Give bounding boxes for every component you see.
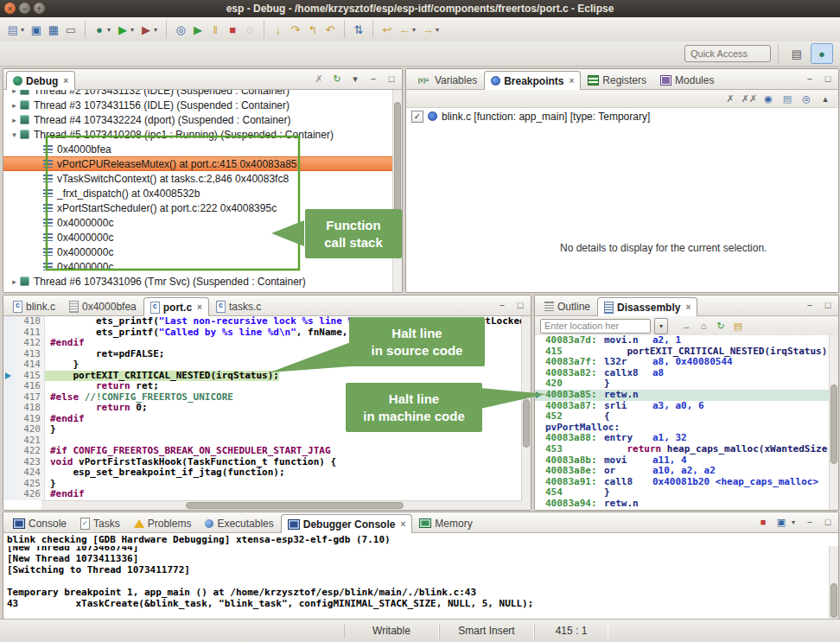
disassembly-scrollbar[interactable] bbox=[829, 335, 838, 510]
tab-debug[interactable]: Debug× bbox=[6, 71, 75, 90]
instruction-stepping-icon[interactable]: ⇅ bbox=[351, 22, 366, 37]
editor-vscrollbar[interactable] bbox=[521, 316, 531, 501]
external-tools-icon[interactable]: ▶ bbox=[138, 22, 154, 37]
dropdown-caret-icon[interactable]: ▾ bbox=[792, 518, 795, 526]
disassembly-line[interactable]: 452{ bbox=[535, 411, 830, 423]
quick-access-box[interactable]: Quick Access bbox=[684, 45, 771, 62]
home-icon[interactable]: ⌂ bbox=[697, 320, 710, 332]
dropdown-caret-icon[interactable]: ▾ bbox=[107, 26, 111, 34]
remove-selected-breakpoints-icon[interactable]: ✗ bbox=[724, 92, 736, 105]
stack-frame-row[interactable]: 0x4000bfea bbox=[3, 142, 393, 156]
tree-collapsed-arrow-icon[interactable]: ▸ bbox=[9, 90, 20, 95]
disassembly-line[interactable]: 40083a91: call80x40081b20 <heap_caps_mal… bbox=[535, 477, 830, 488]
remove-all-breakpoints-icon[interactable]: ✗✗ bbox=[743, 92, 755, 105]
disassembly-line[interactable]: 40083a7f:l32ra8, 0x40080544 bbox=[535, 357, 830, 368]
tab-variables[interactable]: Variables bbox=[409, 70, 484, 89]
terminate-icon[interactable]: ■ bbox=[757, 516, 769, 528]
thread-row[interactable]: ▸Thread #6 1073431096 (Tmr Svc) (Suspend… bbox=[3, 274, 393, 289]
tab-outline[interactable]: Outline bbox=[538, 296, 597, 315]
location-input[interactable]: Enter location her bbox=[540, 319, 651, 334]
run-icon[interactable]: ▶ bbox=[115, 22, 130, 37]
back-icon[interactable]: ← bbox=[397, 22, 412, 37]
drop-to-frame-icon[interactable]: ↶ bbox=[322, 22, 338, 37]
restart-icon[interactable]: ↻ bbox=[331, 73, 343, 85]
debug-scrollbar[interactable] bbox=[392, 90, 402, 292]
tab-modules[interactable]: Modules bbox=[653, 70, 721, 89]
tab-memory[interactable]: Memory bbox=[412, 513, 479, 532]
scrollbar-thumb[interactable] bbox=[830, 583, 837, 618]
suspend-icon[interactable]: ‖ bbox=[207, 22, 223, 37]
stack-frame-row[interactable]: vTaskSwitchContext() at tasks.c:2,846 0x… bbox=[3, 171, 393, 186]
tab-registers[interactable]: Registers bbox=[581, 70, 653, 89]
tree-collapsed-arrow-icon[interactable]: ▸ bbox=[9, 116, 20, 124]
scrollbar-thumb[interactable] bbox=[186, 502, 404, 509]
print-icon[interactable]: ▭ bbox=[63, 22, 79, 37]
minimize-icon[interactable]: − bbox=[496, 299, 508, 311]
stack-frame-row[interactable]: xPortStartScheduler() at port.c:222 0x40… bbox=[3, 200, 393, 215]
tree-collapsed-arrow-icon[interactable]: ▸ bbox=[9, 277, 20, 286]
window-close-button[interactable]: × bbox=[4, 3, 16, 14]
new-wizard-icon[interactable]: ▤ bbox=[5, 22, 21, 37]
window-maximize-button[interactable]: + bbox=[34, 3, 45, 14]
editor-hscrollbar[interactable] bbox=[41, 500, 522, 510]
maximize-icon[interactable]: □ bbox=[514, 299, 526, 311]
stack-frame-row[interactable]: 0x4000000c bbox=[3, 215, 393, 230]
minimize-icon[interactable]: − bbox=[804, 73, 816, 85]
code-line[interactable]: 426#endif bbox=[3, 489, 522, 500]
disassembly-line[interactable]: 40083a82:callx8a8 bbox=[535, 368, 830, 379]
show-source-icon[interactable]: ▤ bbox=[732, 320, 744, 332]
refresh-icon[interactable]: ↻ bbox=[715, 320, 727, 332]
console-scrollbar[interactable] bbox=[829, 546, 838, 620]
code-line[interactable]: 419#endif bbox=[3, 414, 522, 425]
tab-tasks[interactable]: Tasks bbox=[73, 513, 127, 532]
skip-all-breakpoints-icon[interactable]: ◎ bbox=[800, 92, 812, 105]
disassembly-line[interactable]: 40083a94:retw.n bbox=[535, 499, 830, 510]
window-minimize-button[interactable]: − bbox=[19, 3, 30, 14]
dropdown-caret-icon[interactable]: ▾ bbox=[412, 26, 416, 34]
stack-frame-row[interactable]: _frxt_dispatch() at 0x4008532b bbox=[3, 186, 393, 200]
minimize-icon[interactable]: − bbox=[367, 73, 379, 85]
go-to-pc-icon[interactable]: → bbox=[680, 320, 692, 332]
code-line[interactable]: 420} bbox=[3, 424, 522, 435]
show-breakpoints-for-selection-icon[interactable]: ◉ bbox=[762, 92, 774, 105]
code-line[interactable]: 413 ret=pdFALSE; bbox=[3, 349, 522, 360]
thread-row[interactable]: ▾Thread #5 1073410208 (ipc1 : Running) (… bbox=[3, 127, 393, 142]
maximize-icon[interactable]: □ bbox=[822, 516, 834, 528]
close-tab-icon[interactable]: × bbox=[197, 302, 202, 312]
view-menu-icon[interactable]: ▾ bbox=[349, 73, 361, 85]
disassembly-line[interactable]: 453 return heap_caps_malloc(xWantedSize bbox=[535, 444, 830, 455]
tab-problems[interactable]: Problems bbox=[127, 513, 199, 532]
disconnect-icon[interactable]: ◌ bbox=[242, 22, 258, 37]
close-tab-icon[interactable]: × bbox=[570, 76, 575, 86]
step-into-icon[interactable]: ↓ bbox=[270, 22, 286, 37]
dropdown-caret-icon[interactable]: ▾ bbox=[154, 26, 157, 34]
step-over-icon[interactable]: ↷ bbox=[288, 22, 303, 37]
maximize-icon[interactable]: □ bbox=[822, 73, 834, 85]
stack-frame-row[interactable]: vPortCPUReleaseMutex() at port.c:415 0x4… bbox=[3, 156, 393, 171]
dropdown-caret-icon[interactable]: ▾ bbox=[436, 26, 439, 34]
resume-icon[interactable]: ▶ bbox=[190, 22, 206, 37]
tree-expanded-arrow-icon[interactable]: ▾ bbox=[9, 130, 20, 139]
close-tab-icon[interactable]: × bbox=[63, 76, 68, 86]
stack-frame-row[interactable]: 0x4000000c bbox=[3, 230, 393, 245]
disassembly-line[interactable]: 40083a87:srlia3, a0, 6 bbox=[535, 401, 830, 412]
dropdown-caret-icon[interactable]: ▾ bbox=[21, 26, 24, 34]
thread-row[interactable]: ▸Thread #3 1073431156 (IDLE) (Suspended … bbox=[3, 98, 393, 112]
last-edit-location-icon[interactable]: ↩ bbox=[379, 22, 395, 37]
tab-0x4000bfea[interactable]: 0x4000bfea bbox=[62, 296, 143, 315]
remove-all-terminated-icon[interactable]: ✗ bbox=[313, 73, 325, 85]
scrollbar-thumb[interactable] bbox=[523, 399, 530, 448]
tab-port-c[interactable]: port.c× bbox=[143, 297, 209, 316]
open-perspective-button[interactable]: ▤ bbox=[786, 43, 808, 64]
debug-perspective-button[interactable]: ● bbox=[811, 43, 833, 64]
maximize-icon[interactable]: □ bbox=[822, 299, 834, 311]
minimize-icon[interactable]: − bbox=[804, 299, 816, 311]
skip-all-breakpoints-icon[interactable]: ◎ bbox=[173, 22, 188, 37]
maximize-icon[interactable]: □ bbox=[385, 73, 398, 85]
save-all-icon[interactable]: ▦ bbox=[46, 22, 61, 37]
tab-executables[interactable]: Executables bbox=[198, 513, 280, 532]
thread-row[interactable]: ▸Thread #4 1073432224 (dport) (Suspended… bbox=[3, 112, 393, 127]
close-tab-icon[interactable]: × bbox=[400, 519, 405, 529]
dropdown-caret-icon[interactable]: ▾ bbox=[130, 26, 134, 34]
tab-debugger-console[interactable]: Debugger Console× bbox=[281, 514, 413, 533]
